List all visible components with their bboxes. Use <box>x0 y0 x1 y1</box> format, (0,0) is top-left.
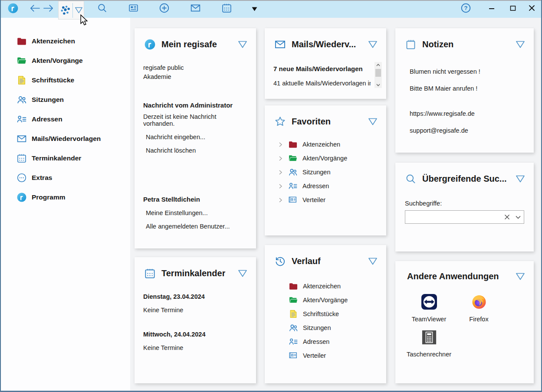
scrollbar-vertical[interactable] <box>374 62 382 88</box>
enter-message-link[interactable]: Nachricht eingeben... <box>146 134 247 140</box>
new-item-button[interactable] <box>154 0 174 18</box>
app-logo-button[interactable] <box>3 0 23 18</box>
scrollbar-thumb[interactable] <box>375 69 381 77</box>
news-button[interactable] <box>124 0 143 18</box>
card-dropdown-button[interactable] <box>516 175 525 183</box>
current-mails-link[interactable]: 41 aktuelle Mails/Wiedervorlagen in <box>273 80 371 87</box>
tree-item-label: Sitzungen <box>303 324 331 331</box>
calendar-day-info: Keine Termine <box>143 307 247 314</box>
favorite-item-akten-vorgaenge[interactable]: Akten/Vorgänge <box>265 151 386 165</box>
sidebar-item-akten-vorgaenge[interactable]: Akten/Vorgänge <box>0 51 130 70</box>
favorite-item-sitzungen[interactable]: Sitzungen <box>265 165 386 179</box>
favorite-item-verteiler[interactable]: Verteiler <box>265 193 386 207</box>
firefox-icon <box>471 294 487 312</box>
note-item: Blumen nicht vergessen ! <box>410 68 524 76</box>
folder-red-icon <box>288 140 298 149</box>
notepad-icon <box>405 39 417 50</box>
card-dropdown-button[interactable] <box>238 269 247 278</box>
new-mails-link[interactable]: 7 neue Mails/Wiedervorlagen <box>273 65 371 72</box>
delete-message-link[interactable]: Nachricht löschen <box>146 147 247 154</box>
card-title: Verlauf <box>292 256 321 266</box>
help-button[interactable]: ? <box>456 0 475 18</box>
sidebar-item-sitzungen[interactable]: Sitzungen <box>0 90 130 109</box>
card-dropdown-button[interactable] <box>238 40 247 49</box>
chevron-right-icon[interactable] <box>279 142 284 147</box>
my-settings-link[interactable]: Meine Einstellungen... <box>146 209 247 216</box>
calculator-icon <box>421 330 437 347</box>
minimize-button[interactable] <box>482 0 501 18</box>
sidebar-item-schriftstuecke[interactable]: Schriftstücke <box>0 70 130 90</box>
people-icon <box>289 323 298 333</box>
card-dropdown-button[interactable] <box>368 257 378 265</box>
mail-button[interactable] <box>186 0 205 18</box>
maximize-button[interactable] <box>503 0 522 18</box>
current-user-heading: Petra Stelltdichein <box>143 196 247 203</box>
sidebar-item-label: Mails/Wiedervorlagen <box>32 135 101 143</box>
favorite-item-adressen[interactable]: Adressen <box>265 179 386 193</box>
calendar-button[interactable] <box>217 0 236 18</box>
tree-item-label: Akten/Vorgänge <box>303 297 348 304</box>
people-icon <box>288 167 298 177</box>
history-item-adressen[interactable]: Adressen <box>265 335 386 349</box>
teamviewer-icon <box>421 294 437 312</box>
sidebar-item-programm[interactable]: Programm <box>0 187 130 207</box>
history-item-schriftstuecke[interactable]: Schriftstücke <box>265 307 386 321</box>
search-button[interactable] <box>92 0 112 18</box>
tree-item-label: Adressen <box>303 338 329 345</box>
folder-open-green-icon <box>288 154 298 163</box>
app-shortcut-teamviewer[interactable]: TeamViewer <box>404 294 454 323</box>
logged-in-users-link[interactable]: Alle angemeldeten Benutzer... <box>146 223 247 230</box>
scroll-down-icon[interactable] <box>374 82 382 88</box>
history-item-sitzungen[interactable]: Sitzungen <box>265 321 386 335</box>
card-title: Terminkalender <box>161 268 225 278</box>
card-dropdown-button[interactable] <box>516 272 525 281</box>
card-dropdown-button[interactable] <box>516 40 525 49</box>
sidebar-item-label: Aktenzeichen <box>32 37 75 45</box>
note-item: Bitte BM Maier anrufen ! <box>410 85 524 93</box>
home-dashboard-icon <box>59 5 72 16</box>
forward-button[interactable] <box>40 0 57 18</box>
chevron-right-icon[interactable] <box>279 198 284 203</box>
app-label: Taschenrechner <box>407 351 451 358</box>
history-item-aktenzeichen[interactable]: Aktenzeichen <box>265 279 386 293</box>
tree-item-label: Akten/Vorgänge <box>302 155 347 162</box>
sidebar-item-label: Akten/Vorgänge <box>32 57 83 65</box>
more-dropdown-button[interactable] <box>248 0 260 18</box>
chevron-right-icon[interactable] <box>279 156 284 161</box>
sidebar-item-mails-wiedervorlagen[interactable]: Mails/Wiedervorlagen <box>0 129 130 148</box>
app-shortcut-taschenrechner[interactable]: Taschenrechner <box>404 330 454 358</box>
sidebar-item-adressen[interactable]: Adressen <box>0 109 130 129</box>
calendar-icon <box>16 153 27 163</box>
regisafe-logo-icon <box>7 3 19 16</box>
favorite-item-aktenzeichen[interactable]: Aktenzeichen <box>265 137 386 151</box>
card-dropdown-button[interactable] <box>368 40 378 49</box>
history-item-verteiler[interactable]: Verteiler <box>265 349 386 363</box>
search-combobox <box>405 210 524 224</box>
calendar-day-heading: Dienstag, 23.04.2024 <box>143 293 247 300</box>
combobox-dropdown-button[interactable] <box>512 211 524 223</box>
contact-icon <box>16 114 27 124</box>
svg-text:?: ? <box>464 5 467 11</box>
sidebar-item-aktenzeichen[interactable]: Aktenzeichen <box>0 31 130 51</box>
chevron-right-icon[interactable] <box>279 184 284 189</box>
history-item-akten-vorgaenge[interactable]: Akten/Vorgänge <box>265 293 386 307</box>
card-dropdown-button[interactable] <box>368 118 378 126</box>
search-terms-input[interactable] <box>405 211 501 223</box>
home-dropdown-button[interactable] <box>73 7 84 14</box>
card-verlauf: Verlauf Aktenzeichen Akten/Vorgänge Schr… <box>265 245 386 383</box>
card-title: Notizen <box>422 39 453 49</box>
chevron-right-icon[interactable] <box>279 170 284 175</box>
app-label: TeamViewer <box>412 316 447 323</box>
app-shortcut-firefox[interactable]: Firefox <box>454 294 504 323</box>
admin-message-text: Derzeit ist keine Nachricht vorhanden. <box>143 113 247 127</box>
clear-input-button[interactable] <box>501 211 512 223</box>
star-icon <box>274 116 286 127</box>
scroll-up-icon[interactable] <box>374 62 382 68</box>
sidebar: Aktenzeichen Akten/Vorgänge Schriftstück… <box>0 18 130 391</box>
sidebar-item-extras[interactable]: Extras <box>0 168 130 187</box>
minimize-icon <box>489 5 495 13</box>
close-button[interactable] <box>523 0 540 18</box>
card-notizen: Notizen Blumen nicht vergessen ! Bitte B… <box>395 28 534 153</box>
sidebar-item-terminkalender[interactable]: Terminkalender <box>0 148 130 168</box>
close-icon <box>529 5 535 13</box>
